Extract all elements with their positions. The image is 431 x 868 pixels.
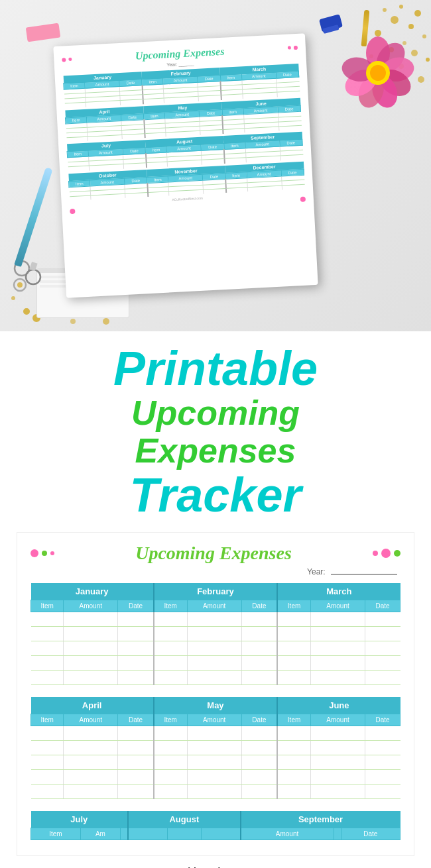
svg-point-3: [422, 34, 426, 38]
binder-clip: [320, 17, 341, 32]
jun-date-header: Date: [365, 714, 400, 726]
august-header: August: [128, 811, 240, 828]
deco-dots-left: [31, 549, 54, 557]
svg-point-27: [26, 270, 40, 284]
march-header: March: [277, 583, 400, 600]
may-amount-header: Amount: [187, 714, 241, 726]
svg-point-0: [414, 10, 421, 17]
table-jan-feb-mar: January February March Item Amount Date …: [31, 583, 400, 685]
jan-item-header: Item: [31, 600, 64, 612]
may-item-header: Item: [154, 714, 187, 726]
svg-point-2: [408, 24, 414, 29]
card-year-row: Year:: [31, 567, 400, 576]
svg-point-1: [399, 5, 403, 9]
svg-point-28: [14, 279, 26, 291]
apr-item-header: Item: [31, 714, 64, 726]
mar-item-header: Item: [277, 600, 310, 612]
february-header: February: [154, 583, 277, 600]
planner-preview: Upcoming Expenses Year: ______ January F…: [53, 33, 318, 298]
jul-date-header: [120, 828, 128, 840]
green-dot-1: [42, 551, 47, 556]
june-header: June: [277, 697, 400, 714]
svg-point-23: [70, 319, 76, 324]
pink-dot-3: [373, 551, 378, 556]
apr-date-header: Date: [118, 714, 154, 726]
feb-date-header: Date: [241, 600, 277, 612]
pink-dot-4: [381, 549, 391, 558]
jan-amount-header: Amount: [64, 600, 118, 612]
title-expenses: Expenses: [17, 433, 414, 468]
svg-point-18: [11, 296, 15, 300]
photo-background: Upcoming Expenses Year: ______ January F…: [0, 0, 431, 331]
jul-item-header: Item: [31, 828, 81, 840]
july-header: July: [31, 811, 129, 828]
title-tracker: Tracker: [17, 471, 414, 519]
sep-date-header: Date: [341, 828, 400, 840]
aug-date-header: [201, 828, 240, 840]
svg-point-38: [370, 65, 386, 81]
tracker-card: Upcoming Expenses Year: January February…: [17, 532, 414, 856]
deco-dots-right: [373, 549, 400, 558]
aug-amount-header: [167, 828, 201, 840]
title-printable: Printable: [17, 345, 414, 392]
mar-amount-header: Amount: [310, 600, 365, 612]
jun-item-header: Item: [277, 714, 310, 726]
svg-point-4: [391, 16, 399, 24]
jun-amount-header: Amount: [310, 714, 365, 726]
feb-item-header: Item: [154, 600, 187, 612]
aug-item-header: [128, 828, 167, 840]
may-date-header: Date: [241, 714, 277, 726]
title-upcoming: Upcoming: [17, 396, 414, 430]
svg-point-16: [23, 308, 30, 315]
sep-item-header: Amount: [241, 828, 334, 840]
jul-amount-header: Am: [80, 828, 120, 840]
january-header: January: [31, 583, 154, 600]
pink-dot-1: [31, 549, 38, 557]
svg-point-14: [418, 76, 424, 83]
may-header: May: [154, 697, 277, 714]
svg-point-25: [103, 318, 109, 325]
svg-point-10: [426, 58, 430, 62]
feb-amount-header: Amount: [187, 600, 241, 612]
april-header: April: [31, 697, 154, 714]
card-title: Upcoming Expenses: [54, 543, 373, 564]
mar-date-header: Date: [365, 600, 400, 612]
green-dot-2: [394, 550, 400, 557]
table-jul-aug-sep: July August September Item Am Amount Dat…: [31, 811, 400, 840]
svg-point-5: [383, 8, 387, 12]
main-content: Printable Upcoming Expenses Tracker Upco…: [0, 331, 431, 868]
apr-amount-header: Amount: [64, 714, 118, 726]
svg-point-6: [375, 30, 381, 36]
tape-decoration: [26, 23, 61, 42]
flower-decoration: [341, 36, 414, 109]
photo-section: Upcoming Expenses Year: ______ January F…: [0, 0, 431, 331]
sep-amount-header: [334, 828, 341, 840]
table-apr-may-jun: April May June Item Amount Date Item Amo…: [31, 697, 400, 799]
year-label: Year:: [307, 567, 326, 576]
deco-row: Upcoming Expenses: [31, 543, 400, 564]
year-line: [331, 574, 397, 574]
september-header: September: [241, 811, 400, 828]
pen-decoration: [14, 167, 52, 267]
jan-date-header: Date: [118, 600, 154, 612]
